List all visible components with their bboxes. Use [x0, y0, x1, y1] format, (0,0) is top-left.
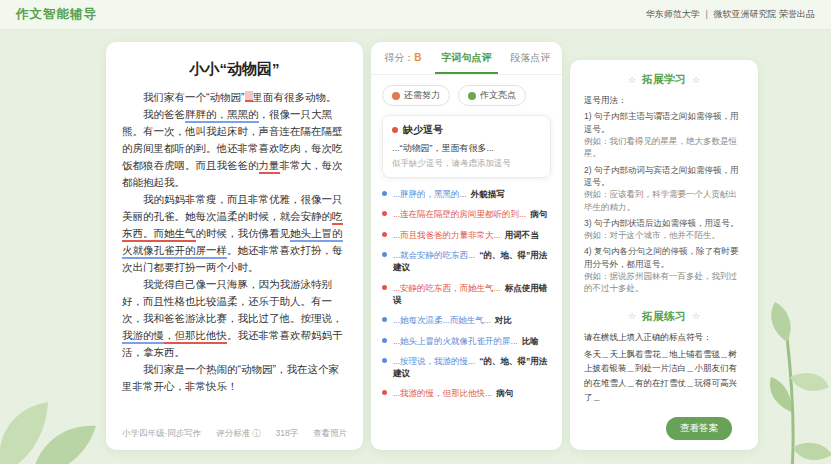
essay-paragraph: 我的妈妈非常瘦，而且非常优雅，很像一只美丽的孔雀。她每次温柔的时候，就会安静的吃…: [122, 191, 347, 276]
essay-footer: 小学四年级·同步写作 评分标准ⓘ 318字 查看照片: [122, 420, 347, 440]
comment-item[interactable]: ...我游的慢，但那比他快...病句: [382, 387, 551, 399]
comment-text: ...她头上冒的火就像孔雀开的屏...: [393, 336, 518, 346]
comment-tag: 病句: [496, 388, 513, 398]
comment-tag: 比喻: [522, 336, 539, 346]
review-body: 还需努力 作文亮点 缺少逗号 ...“动物园”，里面有很多... 似乎缺少逗号，…: [371, 75, 562, 410]
bullet-dot: [382, 338, 387, 343]
word-count: 318字: [275, 428, 298, 440]
app-root: 作文智能辅导 华东师范大学 ｜ 微软亚洲研究院 荣誉出品 小小“动物园” 我们家…: [0, 0, 831, 464]
essay-text: 我们家是一个热闹的“动物园”，我在这个家里非常开心，非常快乐！: [122, 363, 339, 392]
comment-item[interactable]: ...她每次温柔...而她生气...对比: [382, 314, 551, 326]
score-prefix: 得分：: [384, 52, 414, 63]
essay-paragraph: 我们家是一个热闹的“动物园”，我在这个家里非常开心，非常快乐！: [122, 361, 347, 395]
comment-item[interactable]: ...她头上冒的火就像孔雀开的屏...比喻: [382, 335, 551, 347]
comment-item[interactable]: ...就会安静的吃东西...“的、地、得”用法建议: [382, 249, 551, 274]
star-icon: ☆: [628, 311, 636, 321]
decor-leaves-left: [0, 364, 112, 464]
comma-rules: 1) 句子内部主语与谓语之间如需停顿，用逗号。例如：我们看得见的星星，绝大多数是…: [584, 110, 744, 298]
score-badge: B: [414, 52, 421, 63]
bullet-dot: [382, 252, 387, 257]
comment-text: ...安静的吃东西，而她生气...: [393, 283, 501, 293]
selected-comment-card[interactable]: 缺少逗号 ...“动物园”，里面有很多... 似乎缺少逗号，请考虑添加逗号: [382, 115, 551, 178]
comment-item[interactable]: ...胖胖的，黑黑的...外貌描写: [382, 188, 551, 200]
comment-text: ...就会安静的吃东西...: [393, 250, 475, 260]
tab-score[interactable]: 得分：B: [371, 42, 435, 74]
comment-text: ...按理说，我游的慢...: [393, 356, 475, 366]
comment-text: ...我游的慢，但那比他快...: [393, 388, 492, 398]
comment-item[interactable]: ...按理说，我游的慢...“的、地、得”用法建议: [382, 355, 551, 380]
comma-rule: 1) 句子内部主语与谓语之间如需停顿，用逗号。例如：我们看得见的星星，绝大多数是…: [584, 110, 744, 159]
bullet-dot: [382, 390, 387, 395]
essay-text: 我觉得自己像一只海豚，因为我游泳特别好，而且性格也比较温柔，还乐于助人。有一次，…: [122, 278, 343, 324]
filter-highlights[interactable]: 作文亮点: [458, 85, 526, 106]
scoring-criteria-label: 评分标准: [216, 428, 250, 438]
comment-tag: 外貌描写: [471, 189, 505, 199]
comma-rule: 2) 句子内部动词与宾语之间如需停顿，用逗号。例如：应该看到，科学需要一个人贡献…: [584, 164, 744, 213]
view-answer-button[interactable]: 查看答案: [666, 417, 732, 440]
missing-comma-mark: [245, 91, 253, 102]
essay-paragraph: 我的爸爸胖胖的，黑黑的，很像一只大黑熊。有一次，他叫我起床时，声音连在隔在隔壁的…: [122, 106, 347, 191]
comment-item[interactable]: ...连在隔在隔壁的房间里都听的到...病句: [382, 208, 551, 220]
bullet-dot: [382, 211, 387, 216]
extended-practice-title: 拓展练习: [642, 309, 686, 324]
header-credits: 华东师范大学 ｜ 微软亚洲研究院 荣誉出品: [646, 8, 815, 21]
comment-card-title-row: 缺少逗号: [392, 123, 541, 137]
essay-text: 的时候，我仿佛看见: [196, 227, 291, 239]
star-icon: ☆: [692, 311, 700, 321]
essay-panel: 小小“动物园” 我们家有一个“动物园”里面有很多动物。我的爸爸胖胖的，黑黑的，很…: [106, 42, 363, 450]
extended-learning-header: ☆ 拓展学习 ☆: [584, 72, 744, 87]
tab-sentence-comments[interactable]: 字词句点评: [435, 42, 499, 74]
bullet-dot: [382, 358, 387, 363]
comment-text: ...胖胖的，黑黑的...: [393, 189, 467, 199]
essay-text: 我游的慢: [122, 329, 164, 344]
essay-text: 我的爸爸: [143, 108, 185, 120]
star-icon: ☆: [628, 75, 636, 85]
comment-tag: 对比: [495, 315, 512, 325]
review-panel: 得分：B 字词句点评 段落点评 还需努力 作文亮点 缺少逗号 ...“动物园”，…: [371, 42, 562, 450]
bullet-dot: [382, 285, 387, 290]
comment-item[interactable]: ...而且我爸爸的力量非常大...用词不当: [382, 229, 551, 241]
comment-text: ...她每次温柔...而她生气...: [393, 315, 491, 325]
top-bar: 作文智能辅导 华东师范大学 ｜ 微软亚洲研究院 荣誉出品: [0, 0, 831, 30]
essay-paragraph: 我们家有一个“动物园”里面有很多动物。: [122, 89, 347, 106]
essay-text: ，但那比他快: [164, 329, 227, 344]
filter-needs-work[interactable]: 还需努力: [382, 85, 450, 106]
tab-paragraph-comments[interactable]: 段落点评: [498, 42, 562, 74]
comment-filters: 还需努力 作文亮点: [382, 85, 551, 106]
comma-rule: 4) 复句内各分句之间的停顿，除了有时要用分号外，都用逗号。例如：据说苏州园林有…: [584, 245, 744, 294]
comment-list: ...胖胖的，黑黑的...外貌描写...连在隔在隔壁的房间里都听的到...病句.…: [382, 188, 551, 400]
grade-label: 小学四年级·同步写作: [122, 428, 201, 440]
extension-panel: ☆ 拓展学习 ☆ 逗号用法： 1) 句子内部主语与谓语之间如需停顿，用逗号。例如…: [570, 60, 758, 450]
bullet-dot: [382, 191, 387, 196]
review-tabs: 得分：B 字词句点评 段落点评: [371, 42, 562, 75]
view-photo-link[interactable]: 查看照片: [313, 428, 347, 440]
bullet-dot: [382, 232, 387, 237]
comma-rule: 3) 句子内部状语后边如需停顿，用逗号。例如：对于这个城市，他并不陌生。: [584, 217, 744, 242]
comment-item[interactable]: ...安静的吃东西，而她生气...标点使用错误: [382, 282, 551, 307]
comment-card-hint: 似乎缺少逗号，请考虑添加逗号: [392, 158, 541, 170]
star-icon: ☆: [692, 75, 700, 85]
essay-text: 我们家有一个“动物园”: [143, 91, 245, 103]
extended-learning-title: 拓展学习: [642, 72, 686, 87]
essay-text: 里面有很多动物。: [253, 91, 337, 103]
practice-intro: 请在横线上填入正确的标点符号：: [584, 331, 744, 343]
extended-practice-header: ☆ 拓展练习 ☆: [584, 309, 744, 324]
comment-tag: 病句: [530, 209, 547, 219]
comment-text: ...连在隔在隔壁的房间里都听的到...: [393, 209, 526, 219]
comment-bullet-icon: [392, 127, 398, 133]
comment-text: ...而且我爸爸的力量非常大...: [393, 230, 501, 240]
essay-title: 小小“动物园”: [122, 60, 347, 79]
comment-card-title: 缺少逗号: [403, 123, 443, 137]
comment-tag: 用词不当: [505, 230, 539, 240]
essay-text: 力量: [259, 159, 280, 174]
app-logo: 作文智能辅导: [16, 6, 97, 23]
bullet-dot: [382, 317, 387, 322]
filter-needs-work-label: 还需努力: [404, 89, 440, 102]
practice-text: 冬天＿天上飘着雪花＿地上铺着雪毯＿树上披着银装＿到处一片洁白＿小朋友们有的在堆雪…: [584, 347, 744, 405]
essay-paragraph: 我觉得自己像一只海豚，因为我游泳特别好，而且性格也比较温柔，还乐于助人。有一次，…: [122, 276, 347, 361]
essay-paragraphs: 我们家有一个“动物园”里面有很多动物。我的爸爸胖胖的，黑黑的，很像一只大黑熊。有…: [122, 89, 347, 395]
essay-text: 我的妈妈非常瘦，而且非常优雅，很像一只美丽的孔雀。她每次温柔的时候，就会安静的: [122, 193, 343, 222]
comment-card-quote: ...“动物园”，里面有很多...: [392, 142, 541, 155]
needs-work-icon: [392, 92, 400, 100]
scoring-criteria-link[interactable]: 评分标准ⓘ: [216, 428, 261, 440]
